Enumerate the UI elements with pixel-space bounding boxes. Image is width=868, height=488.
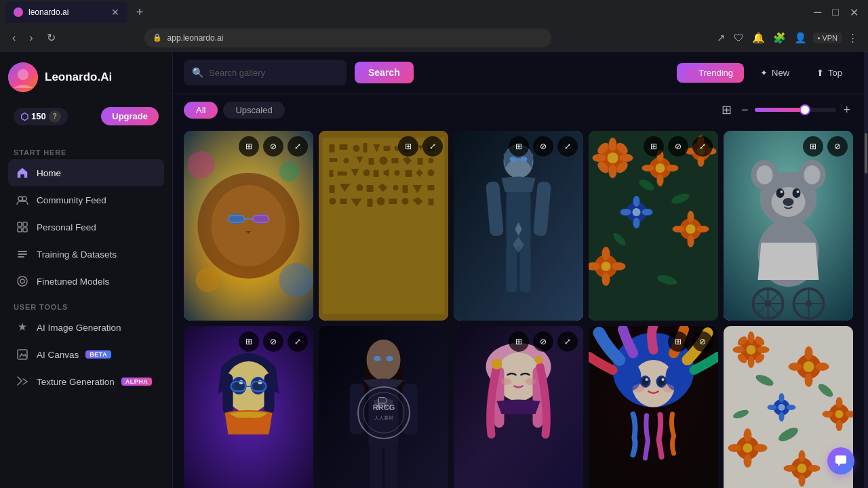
sidebar-item-ai-canvas-label: AI Canvas xyxy=(37,350,79,360)
sidebar-item-ai-canvas[interactable]: AI Canvas BETA xyxy=(8,341,164,368)
credits-help-button[interactable]: ? xyxy=(49,110,61,123)
sidebar-item-finetuned-label: Finetuned Models xyxy=(37,277,109,287)
close-window-button[interactable]: ✕ xyxy=(846,6,863,19)
finetuned-models-icon xyxy=(15,274,30,289)
svg-point-2 xyxy=(18,197,22,201)
svg-rect-7 xyxy=(23,228,27,232)
gallery-item-anime[interactable]: ⊞ ⊘ ⤢ xyxy=(184,326,313,488)
item-action-expand-hier[interactable]: ⤢ xyxy=(422,136,443,157)
top-tab[interactable]: ⬆ Top xyxy=(806,63,853,83)
sidebar-item-training-label: Training & Datasets xyxy=(37,249,117,260)
item-action-slash-flow[interactable]: ⊘ xyxy=(668,136,688,157)
search-button[interactable]: Search xyxy=(355,62,414,83)
item-overlay-hieroglyph: ⊞ ⤢ xyxy=(319,131,448,321)
item-action-expand-lion[interactable]: ⤢ xyxy=(288,136,308,157)
vpn-badge: • VPN xyxy=(813,33,842,43)
logo-text: Leonardo.Ai xyxy=(45,70,112,84)
item-action-slash-lion[interactable]: ⊘ xyxy=(263,136,283,157)
gallery-item-dark-warrior[interactable]: RRCG 人人素材 xyxy=(319,326,448,488)
search-input[interactable] xyxy=(209,68,338,78)
upgrade-button[interactable]: Upgrade xyxy=(101,107,159,125)
extensions-icon[interactable]: 🧩 xyxy=(771,30,788,46)
item-action-cmd-warr[interactable]: ⊞ xyxy=(509,136,529,157)
zoom-plus-button[interactable]: + xyxy=(840,100,853,120)
back-button[interactable]: ‹ xyxy=(8,29,20,47)
item-action-expand-flow[interactable]: ⤢ xyxy=(692,136,713,157)
refresh-button[interactable]: ↻ xyxy=(43,28,60,47)
browser-chrome: leonardo.ai ✕ + ─ □ ✕ ‹ › ↻ 🔒 app.leonar… xyxy=(0,0,868,52)
item-action-slash-pink[interactable]: ⊘ xyxy=(533,331,553,352)
sidebar-item-ai-image-gen[interactable]: AI Image Generation xyxy=(8,314,164,341)
gallery-container[interactable]: ⊞ ⊘ ⤢ xyxy=(173,125,864,488)
gallery-item-koala[interactable]: ⊞ ⊘ xyxy=(724,131,853,321)
menu-icon[interactable]: ⋮ xyxy=(846,30,860,46)
item-action-cmd-pink[interactable]: ⊞ xyxy=(509,331,529,352)
item-action-cmd-lion[interactable]: ⊞ xyxy=(239,136,259,157)
item-actions-flowers: ⊞ ⊘ ⤢ xyxy=(644,136,713,157)
sidebar-item-personal-feed[interactable]: Personal Feed xyxy=(8,214,164,241)
item-action-slash-koala[interactable]: ⊘ xyxy=(827,136,848,157)
item-action-expand-pink[interactable]: ⤢ xyxy=(557,331,578,352)
zoom-slider[interactable] xyxy=(755,108,836,112)
svg-rect-8 xyxy=(18,251,27,252)
app-body: Leonardo.Ai ⬡ 150 ? Upgrade Start Here H… xyxy=(0,52,868,488)
zoom-handle[interactable] xyxy=(800,104,810,115)
address-bar[interactable]: 🔒 app.leonardo.ai xyxy=(144,28,551,47)
maximize-button[interactable]: □ xyxy=(828,6,843,18)
new-tab[interactable]: ✦ New xyxy=(749,63,800,83)
active-tab[interactable]: leonardo.ai ✕ xyxy=(5,1,127,23)
main-content: 🔍 Search Trending ✦ New ⬆ Top xyxy=(173,52,864,488)
credits-amount: 150 xyxy=(31,111,46,121)
item-action-slash-anime[interactable]: ⊘ xyxy=(263,331,283,352)
tab-title: leonardo.ai xyxy=(28,7,68,17)
item-action-expand-anime[interactable]: ⤢ xyxy=(288,331,308,352)
item-action-cmd-flow[interactable]: ⊞ xyxy=(644,136,664,157)
grid-controls: ⊞ − + xyxy=(719,100,853,120)
svg-rect-4 xyxy=(18,222,22,226)
notification-icon[interactable]: 🔔 xyxy=(750,30,767,46)
grid-view-button[interactable]: ⊞ xyxy=(719,100,734,120)
right-scrollbar[interactable] xyxy=(864,52,868,488)
sidebar-item-finetuned-models[interactable]: Finetuned Models xyxy=(8,268,164,295)
sidebar-item-community-feed[interactable]: Community Feed xyxy=(8,186,164,214)
upscaled-tab[interactable]: Upscaled xyxy=(223,102,284,119)
trending-tab[interactable]: Trending xyxy=(677,63,744,83)
gallery-item-flowers[interactable]: ⊞ ⊘ ⤢ xyxy=(589,131,718,321)
profile-icon[interactable]: 👤 xyxy=(792,30,809,46)
item-action-cmd-koala[interactable]: ⊞ xyxy=(803,136,823,157)
credits-icon: ⬡ xyxy=(20,111,28,122)
gallery-item-lion[interactable]: ⊞ ⊘ ⤢ xyxy=(184,131,313,321)
svg-point-11 xyxy=(20,279,24,283)
item-action-expand-warr[interactable]: ⤢ xyxy=(557,136,578,157)
minimize-button[interactable]: ─ xyxy=(810,6,825,18)
start-here-label: Start Here xyxy=(8,143,164,159)
nav-actions: ↗ 🛡 🔔 🧩 👤 • VPN ⋮ xyxy=(715,30,860,46)
sidebar-item-community-feed-label: Community Feed xyxy=(37,195,106,205)
new-tab-button[interactable]: + xyxy=(130,3,149,22)
all-tab[interactable]: All xyxy=(184,102,218,119)
share-icon[interactable]: ↗ xyxy=(715,30,728,46)
chat-button[interactable] xyxy=(827,447,854,474)
gallery-item-warrior[interactable]: ⊞ ⊘ ⤢ xyxy=(454,131,583,321)
sidebar-item-texture-gen[interactable]: Texture Generation ALPHA xyxy=(8,368,164,395)
sidebar-item-training-datasets[interactable]: Training & Datasets xyxy=(8,241,164,268)
shield-icon[interactable]: 🛡 xyxy=(732,30,746,45)
search-input-wrap[interactable]: 🔍 xyxy=(184,60,347,85)
gallery-item-pink-girl[interactable]: ⊞ ⊘ ⤢ xyxy=(454,326,583,488)
item-action-slash-warr[interactable]: ⊘ xyxy=(533,136,553,157)
item-actions-koala: ⊞ ⊘ xyxy=(803,136,848,157)
item-action-cmd-anime[interactable]: ⊞ xyxy=(239,331,259,352)
user-tools-label: User Tools xyxy=(8,298,164,314)
svg-point-3 xyxy=(22,197,26,201)
item-action-cmd-hier[interactable]: ⊞ xyxy=(398,136,418,157)
zoom-minus-button[interactable]: − xyxy=(738,100,751,120)
forward-button[interactable]: › xyxy=(25,29,37,47)
item-action-cmd-color[interactable]: ⊞ xyxy=(668,331,688,352)
community-feed-icon xyxy=(15,192,30,207)
sidebar-item-home[interactable]: Home xyxy=(8,159,164,186)
gallery-item-colorful-girl[interactable]: ⊞ ⊘ xyxy=(589,326,718,488)
tab-close-button[interactable]: ✕ xyxy=(111,7,119,18)
gallery-item-hieroglyph[interactable]: ⊞ ⤢ xyxy=(319,131,448,321)
item-action-slash-color[interactable]: ⊘ xyxy=(692,331,713,352)
scrollbar-thumb[interactable] xyxy=(865,133,867,174)
